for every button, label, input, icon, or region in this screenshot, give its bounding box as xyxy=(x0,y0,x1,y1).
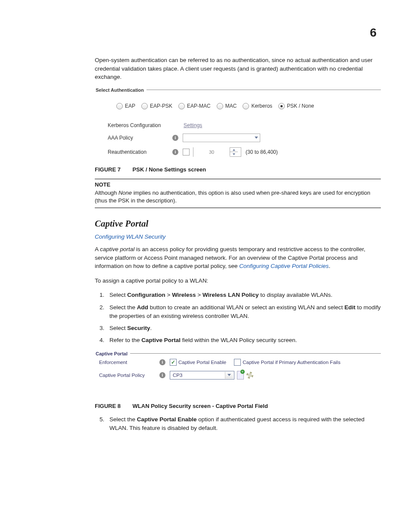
gear-icon[interactable] xyxy=(246,372,253,379)
radio-eap-mac-label: EAP-MAC xyxy=(187,103,211,109)
figure7-caption: FIGURE 7 PSK / None Settings screen xyxy=(95,166,381,173)
captive-portal-legend: Captive Portal xyxy=(95,351,130,356)
add-policy-icon[interactable] xyxy=(237,372,244,379)
reauth-value-input[interactable] xyxy=(193,147,230,157)
reauth-spinner[interactable] xyxy=(193,147,241,157)
figure8-ui: Captive Portal Enforcement i Captive Por… xyxy=(95,351,381,382)
configuring-wlan-security-link[interactable]: Configuring WLAN Security xyxy=(95,233,381,240)
reauth-enable-checkbox[interactable] xyxy=(183,149,190,156)
steps-list-cont: Select the Captive Portal Enable option … xyxy=(95,415,381,433)
note-block: NOTE Although None implies no authentica… xyxy=(95,179,381,208)
radio-psk-none[interactable]: PSK / None xyxy=(278,103,314,109)
radio-eap-psk-label: EAP-PSK xyxy=(150,103,172,109)
intro-paragraph: Open-system authentication can be referr… xyxy=(95,56,381,81)
section-heading-captive-portal: Captive Portal xyxy=(95,218,381,229)
info-icon[interactable]: i xyxy=(172,135,178,141)
radio-mac[interactable]: MAC xyxy=(217,103,237,109)
step-4: Refer to the Captive Portal field within… xyxy=(106,336,381,345)
assign-intro: To assign a captive portal policy to a W… xyxy=(95,277,381,285)
kerberos-settings-link[interactable]: Settings xyxy=(184,122,202,128)
figure8-label: FIGURE 8 xyxy=(95,403,121,409)
aaa-policy-label: AAA Policy xyxy=(108,135,172,141)
chevron-down-icon xyxy=(225,372,233,379)
step-5: Select the Captive Portal Enable option … xyxy=(106,415,381,433)
page-number: 6 xyxy=(370,26,377,40)
radio-eap[interactable]: EAP xyxy=(116,103,135,109)
radio-psk-none-label: PSK / None xyxy=(287,103,314,109)
figure7-title: PSK / None Settings screen xyxy=(133,166,206,173)
radio-kerberos[interactable]: Kerberos xyxy=(243,103,272,109)
captive-portal-fail-checkbox[interactable] xyxy=(234,359,241,366)
chevron-down-icon xyxy=(255,137,258,139)
configuring-captive-portal-policies-link[interactable]: Configuring Captive Portal Policies xyxy=(239,263,329,269)
select-auth-legend: Select Authentication xyxy=(95,87,146,93)
radio-kerberos-label: Kerberos xyxy=(251,103,272,109)
captive-portal-policy-value: CP3 xyxy=(173,373,182,378)
enforcement-label: Enforcement xyxy=(99,360,159,365)
radio-eap-psk[interactable]: EAP-PSK xyxy=(141,103,172,109)
figure8-caption: FIGURE 8 WLAN Policy Security screen - C… xyxy=(95,403,381,409)
captive-portal-policy-label: Captive Portal Policy xyxy=(99,373,159,378)
radio-eap-label: EAP xyxy=(125,103,135,109)
spinner-down-icon[interactable] xyxy=(230,152,238,156)
note-body: Although None implies no authentication,… xyxy=(95,189,381,205)
reauth-range-hint: (30 to 86,400) xyxy=(246,149,278,155)
figure7-label: FIGURE 7 xyxy=(95,166,121,173)
step-1: Select Configuration > Wireless > Wirele… xyxy=(106,291,381,299)
aaa-policy-combo[interactable] xyxy=(183,134,260,142)
figure7-ui: Select Authentication EAP EAP-PSK EAP-MA… xyxy=(95,87,381,159)
captive-portal-enable-label: Captive Portal Enable xyxy=(178,360,226,365)
captive-portal-fail-label: Captive Portal if Primary Authentication… xyxy=(243,360,340,365)
info-icon[interactable]: i xyxy=(172,149,178,155)
captive-portal-enable-checkbox[interactable] xyxy=(170,359,177,366)
step-2: Select the Add button to create an addit… xyxy=(106,303,381,321)
spinner-up-icon[interactable] xyxy=(230,148,238,152)
captive-portal-policy-combo[interactable]: CP3 xyxy=(170,371,234,380)
figure8-title: WLAN Policy Security screen - Captive Po… xyxy=(133,403,268,409)
auth-radio-group: EAP EAP-PSK EAP-MAC MAC Kerberos PSK / N… xyxy=(95,93,381,120)
info-icon[interactable]: i xyxy=(159,359,165,365)
radio-eap-mac[interactable]: EAP-MAC xyxy=(178,103,211,109)
captive-portal-intro: A captive portal is an access policy for… xyxy=(95,245,381,271)
radio-mac-label: MAC xyxy=(225,103,237,109)
step-3: Select Security. xyxy=(106,324,381,333)
info-icon[interactable]: i xyxy=(159,372,165,378)
reauth-label: Reauthentication xyxy=(108,149,172,155)
note-heading: NOTE xyxy=(95,181,381,189)
kerberos-config-label: Kerberos Configuration xyxy=(108,122,172,128)
steps-list: Select Configuration > Wireless > Wirele… xyxy=(95,291,381,345)
